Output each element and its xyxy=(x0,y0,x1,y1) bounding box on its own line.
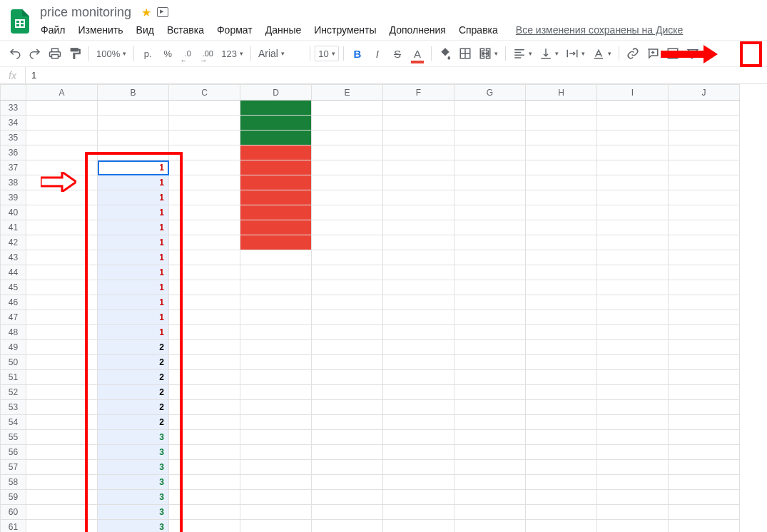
cell-E44[interactable] xyxy=(312,265,383,280)
cell-J35[interactable] xyxy=(669,131,740,145)
cell-F34[interactable] xyxy=(383,116,454,131)
cell-I53[interactable] xyxy=(597,400,669,415)
cell-G38[interactable] xyxy=(454,175,526,190)
cell-C41[interactable] xyxy=(169,220,240,235)
row-header-44[interactable]: 44 xyxy=(1,265,26,280)
cell-B54[interactable]: 2 xyxy=(98,415,169,430)
strikethrough-button[interactable]: S xyxy=(388,44,407,63)
cell-J38[interactable] xyxy=(669,175,740,190)
cell-E52[interactable] xyxy=(312,385,383,400)
cell-E50[interactable] xyxy=(312,355,383,370)
cell-E34[interactable] xyxy=(312,116,383,131)
cell-F53[interactable] xyxy=(383,400,454,415)
row-header-52[interactable]: 52 xyxy=(1,385,26,400)
cell-D58[interactable] xyxy=(240,475,312,490)
cell-F48[interactable] xyxy=(383,325,454,340)
italic-button[interactable]: I xyxy=(368,44,387,63)
cell-B41[interactable]: 1 xyxy=(98,220,169,235)
cell-G42[interactable] xyxy=(454,235,526,250)
cell-A57[interactable] xyxy=(26,460,98,475)
cell-B44[interactable]: 1 xyxy=(98,265,169,280)
column-header-J[interactable]: J xyxy=(669,85,740,101)
cell-D56[interactable] xyxy=(240,445,312,460)
cell-I34[interactable] xyxy=(597,116,669,131)
row-header-59[interactable]: 59 xyxy=(1,490,26,505)
cell-G33[interactable] xyxy=(454,101,526,116)
row-header-35[interactable]: 35 xyxy=(1,131,26,145)
cell-B61[interactable]: 3 xyxy=(98,520,169,533)
cell-D55[interactable] xyxy=(240,430,312,445)
cell-C39[interactable] xyxy=(169,190,240,205)
cell-C54[interactable] xyxy=(169,415,240,430)
cell-E46[interactable] xyxy=(312,295,383,310)
cell-H33[interactable] xyxy=(526,101,597,116)
cell-I58[interactable] xyxy=(597,475,669,490)
cell-A40[interactable] xyxy=(26,205,98,220)
sheets-logo-icon[interactable] xyxy=(6,7,34,36)
row-header-57[interactable]: 57 xyxy=(1,460,26,475)
cell-F35[interactable] xyxy=(383,131,454,145)
cell-J41[interactable] xyxy=(669,220,740,235)
move-to-folder-icon[interactable] xyxy=(157,7,168,17)
cell-B39[interactable]: 1 xyxy=(98,190,169,205)
cell-C34[interactable] xyxy=(169,116,240,131)
cell-I37[interactable] xyxy=(597,160,669,175)
cell-B34[interactable] xyxy=(98,116,169,131)
cell-C37[interactable] xyxy=(169,160,240,175)
cell-I56[interactable] xyxy=(597,445,669,460)
cell-A53[interactable] xyxy=(26,400,98,415)
cell-C36[interactable] xyxy=(169,145,240,160)
cell-I60[interactable] xyxy=(597,505,669,520)
cell-H43[interactable] xyxy=(526,250,597,265)
cell-A37[interactable] xyxy=(26,160,98,175)
cell-H44[interactable] xyxy=(526,265,597,280)
cell-B37[interactable]: 1 xyxy=(98,160,169,175)
cell-E48[interactable] xyxy=(312,325,383,340)
cell-J59[interactable] xyxy=(669,490,740,505)
cell-D50[interactable] xyxy=(240,355,312,370)
cell-G60[interactable] xyxy=(454,505,526,520)
row-header-53[interactable]: 53 xyxy=(1,400,26,415)
cell-H55[interactable] xyxy=(526,430,597,445)
cell-D45[interactable] xyxy=(240,280,312,295)
row-header-61[interactable]: 61 xyxy=(1,520,26,533)
merge-cells-button[interactable] xyxy=(476,44,501,63)
cell-H54[interactable] xyxy=(526,415,597,430)
insert-comment-button[interactable] xyxy=(644,44,662,63)
cell-J60[interactable] xyxy=(669,505,740,520)
row-header-45[interactable]: 45 xyxy=(1,280,26,295)
cell-A50[interactable] xyxy=(26,355,98,370)
cell-E55[interactable] xyxy=(312,430,383,445)
cell-B35[interactable] xyxy=(98,131,169,145)
cell-E47[interactable] xyxy=(312,310,383,325)
cell-J52[interactable] xyxy=(669,385,740,400)
cell-H42[interactable] xyxy=(526,235,597,250)
cell-J42[interactable] xyxy=(669,235,740,250)
menu-help[interactable]: Справка xyxy=(454,21,503,39)
cell-I52[interactable] xyxy=(597,385,669,400)
row-header-46[interactable]: 46 xyxy=(1,295,26,310)
cell-G37[interactable] xyxy=(454,160,526,175)
cell-E38[interactable] xyxy=(312,175,383,190)
cell-B59[interactable]: 3 xyxy=(98,490,169,505)
cell-G59[interactable] xyxy=(454,490,526,505)
cell-J43[interactable] xyxy=(669,250,740,265)
cell-D60[interactable] xyxy=(240,505,312,520)
cell-E45[interactable] xyxy=(312,280,383,295)
filter-button[interactable] xyxy=(684,44,702,63)
cell-C57[interactable] xyxy=(169,460,240,475)
cell-E37[interactable] xyxy=(312,160,383,175)
cell-I47[interactable] xyxy=(597,310,669,325)
cell-B43[interactable]: 1 xyxy=(98,250,169,265)
cell-J45[interactable] xyxy=(669,280,740,295)
row-header-42[interactable]: 42 xyxy=(1,235,26,250)
cell-J57[interactable] xyxy=(669,460,740,475)
cell-H56[interactable] xyxy=(526,445,597,460)
cell-D33[interactable] xyxy=(240,101,312,116)
bold-button[interactable]: B xyxy=(348,44,367,63)
cell-E49[interactable] xyxy=(312,340,383,355)
cell-F36[interactable] xyxy=(383,145,454,160)
cell-G56[interactable] xyxy=(454,445,526,460)
cell-E60[interactable] xyxy=(312,505,383,520)
cell-J50[interactable] xyxy=(669,355,740,370)
